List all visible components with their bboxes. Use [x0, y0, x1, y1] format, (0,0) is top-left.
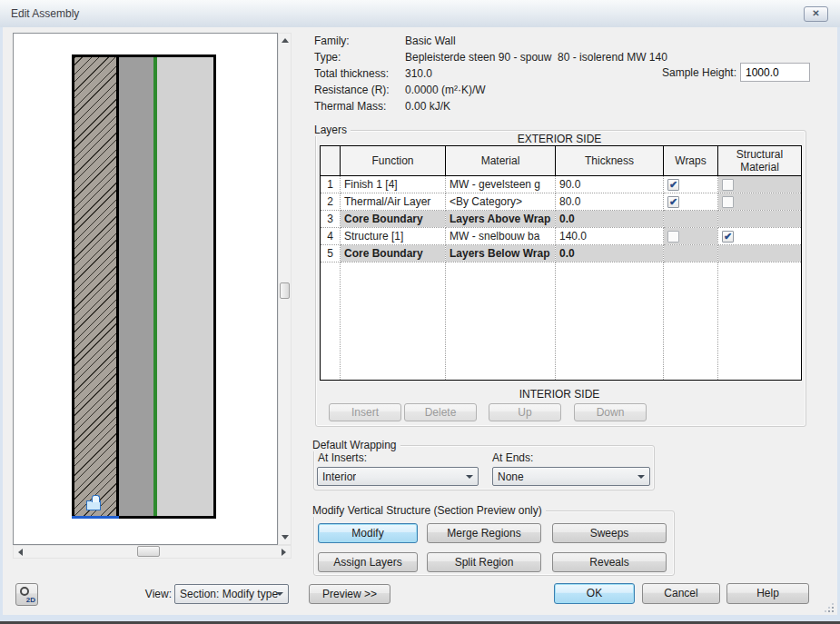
exterior-side-label: EXTERIOR SIDE: [318, 133, 801, 145]
material-header: Material: [446, 146, 556, 176]
wraps-cell: [664, 211, 718, 228]
assign-layers-button[interactable]: Assign Layers: [318, 552, 418, 572]
down-button[interactable]: Down: [574, 403, 647, 421]
scroll-right-icon[interactable]: [278, 546, 290, 558]
thickness-cell: 0.0: [556, 245, 664, 262]
preview-horizontal-scrollbar[interactable]: [13, 545, 292, 559]
wraps-cell: ✔: [664, 176, 718, 193]
table-row-core-boundary: 3 Core Boundary Layers Above Wrap 0.0: [321, 211, 802, 228]
wraps-cell: [664, 228, 718, 245]
close-icon[interactable]: ✕: [804, 6, 828, 22]
preview-vertical-scrollbar[interactable]: [278, 33, 292, 545]
wraps-checkbox[interactable]: ✔: [667, 196, 679, 208]
default-wrapping-label: Default Wrapping: [312, 439, 400, 451]
row-number[interactable]: 1: [321, 176, 341, 193]
sample-height-input[interactable]: [740, 63, 810, 82]
wall-layer-structure[interactable]: [157, 57, 213, 516]
reveals-button[interactable]: Reveals: [552, 552, 667, 572]
thickness-cell[interactable]: 80.0: [556, 193, 664, 211]
table-row: 4 Structure [1] MW - snelbouw ba 140.0 ✔: [321, 228, 802, 245]
preview-canvas[interactable]: [13, 33, 278, 545]
structural-checkbox: [722, 179, 734, 191]
chevron-down-icon: [637, 475, 645, 479]
row-number-header: [321, 146, 341, 176]
scroll-up-icon[interactable]: [279, 35, 291, 46]
total-thickness-value: 310.0: [405, 67, 432, 80]
total-thickness-label: Total thickness:: [314, 67, 405, 80]
table-row-core-boundary: 5 Core Boundary Layers Below Wrap 0.0: [321, 245, 802, 262]
table-row: 1 Finish 1 [4] MW - gevelsteen g 90.0 ✔: [321, 176, 802, 193]
chevron-down-icon: [466, 475, 473, 479]
wall-layer-finish[interactable]: [74, 57, 119, 516]
structural-checkbox: [722, 196, 734, 208]
vertical-scroll-thumb[interactable]: [280, 282, 290, 299]
sample-height-label: Sample Height:: [649, 66, 736, 79]
family-value: Basic Wall: [405, 35, 456, 47]
function-cell: Core Boundary: [341, 211, 446, 228]
view-dropdown[interactable]: Section: Modify type: [174, 584, 289, 604]
dialog-body: Family:Basic Wall Type:Bepleisterde stee…: [3, 27, 837, 615]
scroll-left-icon[interactable]: [15, 546, 26, 558]
modify-button[interactable]: Modify: [318, 523, 418, 543]
edit-assembly-dialog: Edit Assembly ✕: [0, 0, 840, 624]
dialog-title: Edit Assembly: [11, 7, 79, 20]
resize-grip[interactable]: [823, 601, 834, 612]
insert-button[interactable]: Insert: [329, 403, 401, 421]
type-info: Family:Basic Wall Type:Bepleisterde stee…: [314, 35, 696, 116]
type-value: Bepleisterde steen 90 - spouw 80 - isole…: [405, 51, 667, 64]
structural-material-header: Structural Material: [718, 146, 802, 176]
title-bar[interactable]: Edit Assembly ✕: [0, 0, 840, 27]
function-cell[interactable]: Structure [1]: [341, 228, 446, 245]
resistance-label: Resistance (R):: [314, 84, 405, 96]
function-cell[interactable]: Finish 1 [4]: [341, 176, 446, 193]
row-number[interactable]: 3: [321, 211, 341, 228]
table-header-row: Function Material Thickness Wraps Struct…: [321, 146, 802, 176]
ok-button[interactable]: OK: [554, 583, 635, 604]
table-empty-area: [321, 262, 802, 381]
default-wrapping-group: Default Wrapping At Inserts: At Ends: In…: [313, 445, 655, 490]
thickness-cell[interactable]: 90.0: [556, 176, 664, 193]
at-inserts-label: At Inserts:: [318, 451, 367, 464]
preview-2d-button[interactable]: 2D: [15, 583, 38, 606]
preview-toggle-button[interactable]: Preview >>: [309, 584, 390, 604]
help-button[interactable]: Help: [726, 583, 809, 604]
structural-cell: [718, 176, 802, 193]
row-number[interactable]: 2: [321, 193, 341, 211]
structural-cell: [718, 211, 802, 228]
structural-cell: ✔: [718, 228, 802, 245]
row-number[interactable]: 5: [321, 245, 341, 262]
function-cell[interactable]: Thermal/Air Layer: [341, 193, 446, 211]
wraps-checkbox: [667, 231, 679, 243]
magnifier-2d-icon: [20, 587, 29, 596]
at-inserts-dropdown[interactable]: Interior: [317, 467, 479, 486]
sweeps-button[interactable]: Sweeps: [552, 523, 667, 543]
wall-layer-air[interactable]: [119, 57, 153, 516]
selected-edge-highlight[interactable]: [72, 516, 119, 519]
cancel-button[interactable]: Cancel: [642, 583, 720, 604]
function-cell: Core Boundary: [341, 245, 446, 262]
layers-group: Layers EXTERIOR SIDE Function Material T…: [315, 130, 806, 427]
wraps-cell: ✔: [664, 193, 718, 211]
material-cell[interactable]: MW - gevelsteen g: [446, 176, 556, 193]
wraps-header: Wraps: [664, 146, 718, 176]
material-cell[interactable]: MW - snelbouw ba: [446, 228, 556, 245]
structural-cell: [718, 245, 802, 262]
at-ends-dropdown[interactable]: None: [492, 467, 650, 486]
view-label: View:: [121, 588, 172, 600]
structural-cell: [718, 193, 802, 211]
structural-checkbox[interactable]: ✔: [722, 231, 734, 243]
section-preview-panel: [13, 33, 292, 559]
horizontal-scroll-thumb[interactable]: [137, 546, 160, 557]
modify-vertical-structure-group: Modify Vertical Structure (Section Previ…: [313, 510, 675, 576]
split-region-button[interactable]: Split Region: [427, 552, 541, 572]
scroll-down-icon[interactable]: [279, 531, 291, 543]
thickness-cell[interactable]: 140.0: [556, 228, 664, 245]
padlock-icon[interactable]: [86, 500, 101, 510]
row-number[interactable]: 4: [321, 228, 341, 245]
material-cell[interactable]: <By Category>: [446, 193, 556, 211]
merge-regions-button[interactable]: Merge Regions: [427, 523, 541, 543]
up-button[interactable]: Up: [489, 403, 561, 421]
layers-table: Function Material Thickness Wraps Struct…: [320, 145, 802, 381]
delete-button[interactable]: Delete: [404, 403, 477, 421]
wraps-checkbox[interactable]: ✔: [667, 179, 679, 191]
